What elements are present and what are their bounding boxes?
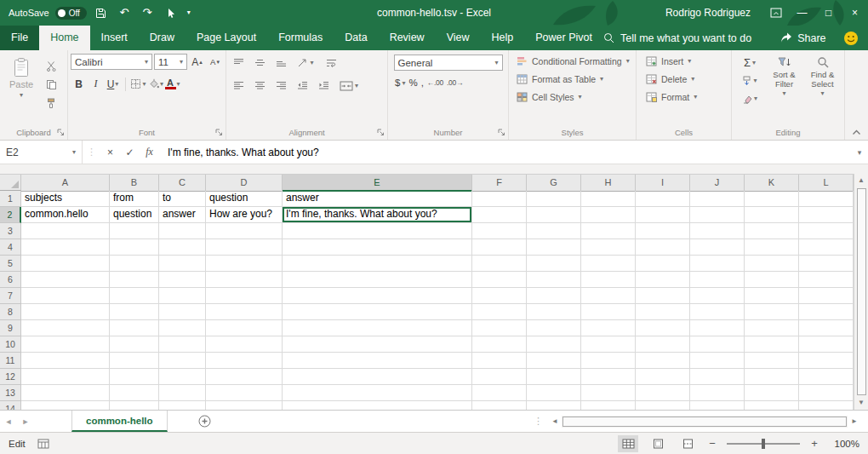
paste-button[interactable]: Paste ▾ <box>3 53 40 124</box>
column-header-I[interactable]: I <box>636 175 690 192</box>
cell-I14[interactable] <box>636 401 690 410</box>
cell-J3[interactable] <box>690 223 745 239</box>
ribbon-tab-home[interactable]: Home <box>39 26 89 50</box>
cell-K4[interactable] <box>745 239 799 256</box>
cell-D13[interactable] <box>206 385 283 401</box>
cell-B5[interactable] <box>110 256 159 272</box>
cell-K13[interactable] <box>745 385 799 401</box>
cell-K12[interactable] <box>745 369 799 385</box>
cell-F14[interactable] <box>472 401 527 410</box>
cell-G8[interactable] <box>527 304 581 320</box>
cell-H11[interactable] <box>581 353 636 369</box>
cell-B4[interactable] <box>110 239 159 256</box>
sheet-tab-common-hello[interactable]: common-hello <box>71 411 168 432</box>
cell-K1[interactable] <box>745 191 799 207</box>
cell-A13[interactable] <box>21 385 110 401</box>
cell-J4[interactable] <box>690 239 745 256</box>
format-painter-button[interactable] <box>40 95 62 112</box>
new-sheet-button[interactable] <box>198 415 211 428</box>
cell-A11[interactable] <box>21 353 110 369</box>
cell-J14[interactable] <box>690 401 745 410</box>
cell-D10[interactable] <box>206 336 283 353</box>
cell-C14[interactable] <box>159 401 206 410</box>
horizontal-scroll-thumb[interactable] <box>562 417 847 427</box>
cell-G3[interactable] <box>527 223 581 239</box>
cancel-button[interactable]: × <box>100 147 120 158</box>
cell-K10[interactable] <box>745 336 799 353</box>
row-header-5[interactable]: 5 <box>0 256 21 272</box>
cell-K11[interactable] <box>745 353 799 369</box>
cell-D11[interactable] <box>206 353 283 369</box>
cell-K7[interactable] <box>745 288 799 304</box>
cell-I8[interactable] <box>636 304 690 320</box>
cell-J7[interactable] <box>690 288 745 304</box>
cell-F9[interactable] <box>472 320 527 336</box>
row-header-6[interactable]: 6 <box>0 272 21 288</box>
ribbon-tab-power-pivot[interactable]: Power Pivot <box>524 26 603 50</box>
ribbon-tab-file[interactable]: File <box>0 26 39 50</box>
redo-button[interactable]: ↷ <box>139 0 156 26</box>
cell-G1[interactable] <box>527 191 581 207</box>
cell-F3[interactable] <box>472 223 527 239</box>
name-box[interactable]: E2 ▾ <box>0 141 82 164</box>
minimize-button[interactable]: — <box>789 0 815 26</box>
increase-font-size-button[interactable]: A▴ <box>189 54 205 70</box>
cell-L2[interactable] <box>799 207 854 223</box>
cell-F11[interactable] <box>472 353 527 369</box>
insert-function-button[interactable]: fx <box>140 146 159 158</box>
cell-J11[interactable] <box>690 353 745 369</box>
ribbon-tab-formulas[interactable]: Formulas <box>267 26 334 50</box>
cell-I3[interactable] <box>636 223 690 239</box>
row-header-3[interactable]: 3 <box>0 223 21 239</box>
copy-button[interactable] <box>40 77 62 93</box>
cell-F6[interactable] <box>472 272 527 288</box>
cell-E2[interactable]: I'm fine, thanks. What about you? <box>283 207 472 223</box>
delete-cells-button[interactable]: Delete ▾ <box>639 70 728 88</box>
column-header-E[interactable]: E <box>283 175 472 192</box>
align-left-button[interactable] <box>229 78 248 94</box>
cell-C13[interactable] <box>159 385 206 401</box>
wrap-text-button[interactable] <box>320 55 342 71</box>
cell-C10[interactable] <box>159 336 206 353</box>
cell-F5[interactable] <box>472 256 527 272</box>
ribbon-tab-insert[interactable]: Insert <box>90 26 139 50</box>
font-name-select[interactable]: Calibri ▾ <box>71 54 152 70</box>
cell-B8[interactable] <box>110 304 159 320</box>
cell-L6[interactable] <box>799 272 854 288</box>
cell-A7[interactable] <box>21 288 110 304</box>
column-header-B[interactable]: B <box>110 175 159 192</box>
orientation-button[interactable]: ▾ <box>293 55 318 71</box>
cell-L9[interactable] <box>799 320 854 336</box>
cell-G13[interactable] <box>527 385 581 401</box>
cell-D12[interactable] <box>206 369 283 385</box>
cell-F1[interactable] <box>472 191 527 207</box>
enter-button[interactable]: ✓ <box>120 147 140 158</box>
merge-center-button[interactable]: ▾ <box>335 78 363 94</box>
cell-E10[interactable] <box>283 336 472 353</box>
cell-B13[interactable] <box>110 385 159 401</box>
cell-F2[interactable] <box>472 207 527 223</box>
cell-I9[interactable] <box>636 320 690 336</box>
column-header-F[interactable]: F <box>472 175 527 192</box>
cell-A1[interactable]: subjects <box>21 191 110 207</box>
row-header-1[interactable]: 1 <box>0 191 21 207</box>
cell-J9[interactable] <box>690 320 745 336</box>
cell-H6[interactable] <box>581 272 636 288</box>
cell-J8[interactable] <box>690 304 745 320</box>
cell-H13[interactable] <box>581 385 636 401</box>
cell-A5[interactable] <box>21 256 110 272</box>
cell-H7[interactable] <box>581 288 636 304</box>
percent-style-button[interactable]: % <box>408 78 417 88</box>
ribbon-tab-review[interactable]: Review <box>379 26 436 50</box>
cell-E7[interactable] <box>283 288 472 304</box>
cell-K3[interactable] <box>745 223 799 239</box>
scroll-up-arrow[interactable]: ▲ <box>858 174 865 187</box>
page-break-view-button[interactable] <box>677 435 698 452</box>
feedback-smiley-button[interactable] <box>843 26 859 50</box>
cell-A4[interactable] <box>21 239 110 256</box>
touch-mode-button[interactable] <box>162 8 179 19</box>
page-layout-view-button[interactable] <box>648 435 668 452</box>
cut-button[interactable] <box>40 58 62 74</box>
cell-F7[interactable] <box>472 288 527 304</box>
autosave-toggle[interactable]: Off <box>55 7 87 20</box>
